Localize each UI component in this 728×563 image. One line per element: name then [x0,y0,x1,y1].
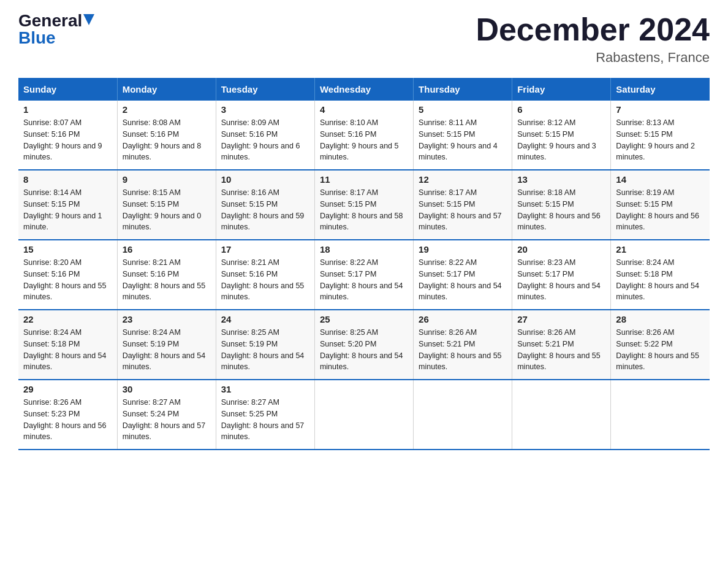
calendar-week-row: 22Sunrise: 8:24 AMSunset: 5:18 PMDayligh… [18,310,710,380]
calendar-week-row: 15Sunrise: 8:20 AMSunset: 5:16 PMDayligh… [18,240,710,310]
day-info: Sunrise: 8:23 AMSunset: 5:17 PMDaylight:… [517,257,605,303]
day-info: Sunrise: 8:16 AMSunset: 5:15 PMDaylight:… [221,187,309,233]
calendar-cell: 21Sunrise: 8:24 AMSunset: 5:18 PMDayligh… [611,240,710,310]
day-info: Sunrise: 8:26 AMSunset: 5:22 PMDaylight:… [616,327,705,373]
title-section: December 2024 Rabastens, France [476,12,710,66]
day-number: 19 [419,244,507,255]
day-number: 3 [221,104,309,115]
calendar-week-row: 1Sunrise: 8:07 AMSunset: 5:16 PMDaylight… [18,101,710,170]
calendar-cell: 11Sunrise: 8:17 AMSunset: 5:15 PMDayligh… [314,170,413,240]
calendar-cell: 24Sunrise: 8:25 AMSunset: 5:19 PMDayligh… [216,310,314,380]
calendar-week-row: 8Sunrise: 8:14 AMSunset: 5:15 PMDaylight… [18,170,710,240]
day-number: 14 [616,174,705,185]
day-number: 4 [320,104,408,115]
day-number: 21 [616,244,705,255]
calendar-cell: 13Sunrise: 8:18 AMSunset: 5:15 PMDayligh… [512,170,611,240]
day-number: 5 [419,104,507,115]
day-info: Sunrise: 8:08 AMSunset: 5:16 PMDaylight:… [123,117,211,163]
location-subtitle: Rabastens, France [476,50,710,66]
calendar-cell: 28Sunrise: 8:26 AMSunset: 5:22 PMDayligh… [611,310,710,380]
calendar-cell: 20Sunrise: 8:23 AMSunset: 5:17 PMDayligh… [512,240,611,310]
day-number: 29 [23,384,112,394]
svg-marker-0 [83,14,94,25]
calendar-cell: 14Sunrise: 8:19 AMSunset: 5:15 PMDayligh… [611,170,710,240]
day-info: Sunrise: 8:17 AMSunset: 5:15 PMDaylight:… [419,187,507,233]
day-number: 25 [320,314,408,324]
day-info: Sunrise: 8:26 AMSunset: 5:21 PMDaylight:… [419,327,507,373]
day-number: 1 [23,104,112,115]
day-number: 30 [123,384,211,394]
day-info: Sunrise: 8:26 AMSunset: 5:23 PMDaylight:… [23,397,112,443]
header-saturday: Saturday [611,78,710,101]
day-info: Sunrise: 8:26 AMSunset: 5:21 PMDaylight:… [517,327,605,373]
day-info: Sunrise: 8:21 AMSunset: 5:16 PMDaylight:… [123,257,211,303]
day-number: 18 [320,244,408,255]
logo-blue-text: Blue [18,28,56,47]
day-info: Sunrise: 8:27 AMSunset: 5:24 PMDaylight:… [123,397,211,443]
calendar-cell: 15Sunrise: 8:20 AMSunset: 5:16 PMDayligh… [18,240,117,310]
day-number: 16 [123,244,211,255]
day-info: Sunrise: 8:21 AMSunset: 5:16 PMDaylight:… [221,257,309,303]
header-tuesday: Tuesday [216,78,314,101]
day-info: Sunrise: 8:14 AMSunset: 5:15 PMDaylight:… [23,187,112,233]
day-info: Sunrise: 8:15 AMSunset: 5:15 PMDaylight:… [123,187,211,233]
calendar-cell: 23Sunrise: 8:24 AMSunset: 5:19 PMDayligh… [117,310,216,380]
day-number: 26 [419,314,507,324]
calendar-cell: 26Sunrise: 8:26 AMSunset: 5:21 PMDayligh… [414,310,512,380]
page-header: General Blue December 2024 Rabastens, Fr… [18,12,710,66]
day-info: Sunrise: 8:09 AMSunset: 5:16 PMDaylight:… [221,117,309,163]
calendar-cell: 25Sunrise: 8:25 AMSunset: 5:20 PMDayligh… [314,310,413,380]
calendar-cell: 22Sunrise: 8:24 AMSunset: 5:18 PMDayligh… [18,310,117,380]
calendar-cell: 6Sunrise: 8:12 AMSunset: 5:15 PMDaylight… [512,101,611,170]
day-info: Sunrise: 8:24 AMSunset: 5:18 PMDaylight:… [23,327,112,373]
day-number: 6 [517,104,605,115]
calendar-cell: 1Sunrise: 8:07 AMSunset: 5:16 PMDaylight… [18,101,117,170]
day-info: Sunrise: 8:25 AMSunset: 5:20 PMDaylight:… [320,327,408,373]
calendar-cell: 17Sunrise: 8:21 AMSunset: 5:16 PMDayligh… [216,240,314,310]
day-info: Sunrise: 8:10 AMSunset: 5:16 PMDaylight:… [320,117,408,163]
day-number: 31 [221,384,309,394]
logo-general-text: General [18,12,82,29]
day-number: 11 [320,174,408,185]
calendar-cell: 18Sunrise: 8:22 AMSunset: 5:17 PMDayligh… [314,240,413,310]
calendar-cell: 8Sunrise: 8:14 AMSunset: 5:15 PMDaylight… [18,170,117,240]
calendar-cell [611,380,710,450]
calendar-cell: 19Sunrise: 8:22 AMSunset: 5:17 PMDayligh… [414,240,512,310]
day-info: Sunrise: 8:13 AMSunset: 5:15 PMDaylight:… [616,117,705,163]
day-info: Sunrise: 8:24 AMSunset: 5:19 PMDaylight:… [123,327,211,373]
day-number: 24 [221,314,309,324]
day-info: Sunrise: 8:27 AMSunset: 5:25 PMDaylight:… [221,397,309,443]
day-number: 17 [221,244,309,255]
day-info: Sunrise: 8:25 AMSunset: 5:19 PMDaylight:… [221,327,309,373]
day-info: Sunrise: 8:11 AMSunset: 5:15 PMDaylight:… [419,117,507,163]
day-info: Sunrise: 8:17 AMSunset: 5:15 PMDaylight:… [320,187,408,233]
logo: General Blue [18,12,94,47]
day-number: 20 [517,244,605,255]
calendar-cell: 27Sunrise: 8:26 AMSunset: 5:21 PMDayligh… [512,310,611,380]
day-number: 12 [419,174,507,185]
day-info: Sunrise: 8:22 AMSunset: 5:17 PMDaylight:… [320,257,408,303]
calendar-cell: 31Sunrise: 8:27 AMSunset: 5:25 PMDayligh… [216,380,314,450]
day-info: Sunrise: 8:19 AMSunset: 5:15 PMDaylight:… [616,187,705,233]
calendar-cell: 7Sunrise: 8:13 AMSunset: 5:15 PMDaylight… [611,101,710,170]
day-number: 27 [517,314,605,324]
calendar-cell: 12Sunrise: 8:17 AMSunset: 5:15 PMDayligh… [414,170,512,240]
calendar-table: SundayMondayTuesdayWednesdayThursdayFrid… [18,78,710,450]
day-number: 10 [221,174,309,185]
header-sunday: Sunday [18,78,117,101]
calendar-cell: 9Sunrise: 8:15 AMSunset: 5:15 PMDaylight… [117,170,216,240]
day-info: Sunrise: 8:20 AMSunset: 5:16 PMDaylight:… [23,257,112,303]
day-info: Sunrise: 8:12 AMSunset: 5:15 PMDaylight:… [517,117,605,163]
calendar-cell: 3Sunrise: 8:09 AMSunset: 5:16 PMDaylight… [216,101,314,170]
header-wednesday: Wednesday [314,78,413,101]
calendar-cell: 29Sunrise: 8:26 AMSunset: 5:23 PMDayligh… [18,380,117,450]
header-friday: Friday [512,78,611,101]
calendar-cell [512,380,611,450]
day-info: Sunrise: 8:22 AMSunset: 5:17 PMDaylight:… [419,257,507,303]
logo-triangle-icon [83,14,94,25]
header-thursday: Thursday [414,78,512,101]
header-monday: Monday [117,78,216,101]
day-number: 9 [123,174,211,185]
calendar-cell: 16Sunrise: 8:21 AMSunset: 5:16 PMDayligh… [117,240,216,310]
day-number: 28 [616,314,705,324]
